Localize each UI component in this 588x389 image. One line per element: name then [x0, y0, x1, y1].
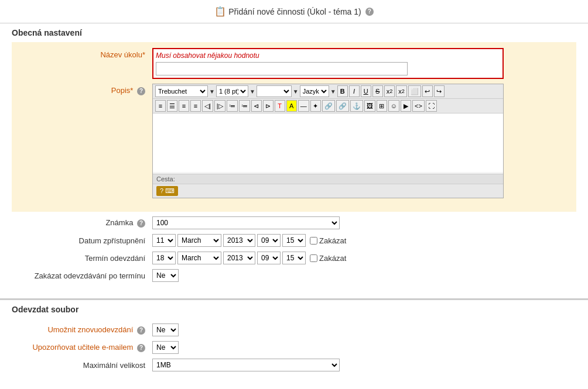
align-center-button[interactable]: ☰ — [167, 100, 177, 112]
after-deadline-label: Zakázat odevzdávání po termínu — [23, 271, 152, 280]
resubmit-help-icon[interactable]: ? — [137, 326, 145, 335]
after-deadline-select[interactable]: Ne Ano — [152, 269, 179, 282]
superscript-button[interactable]: x2 — [396, 85, 407, 97]
deadline-label: Termín odevzdání — [23, 254, 152, 263]
notify-select[interactable]: Ne Ano — [152, 341, 179, 354]
task-name-wrapper: Musí obsahovat nějakou hodnotu — [152, 48, 504, 79]
size-select[interactable]: 1 (8 pt) — [216, 85, 248, 97]
smiley-button[interactable]: ☺ — [388, 100, 399, 112]
max-size-select[interactable]: 1MB 2MB 5MB 10MB 20MB 50MB 100MB — [152, 359, 340, 371]
grade-help-icon[interactable]: ? — [137, 219, 145, 228]
access-zakaz-checkbox[interactable] — [310, 237, 317, 245]
font-select-arrow: ▼ — [209, 88, 215, 95]
grade-control: 100 — [152, 216, 340, 229]
submit-file-section: Odevzdat soubor Umožnit znovuodevzdání ?… — [0, 300, 588, 385]
anchor-button[interactable]: ⚓ — [350, 100, 363, 112]
max-size-row: Maximální velikost 1MB 2MB 5MB 10MB 20MB… — [23, 359, 565, 371]
unordered-list-button[interactable]: ≔ — [227, 100, 238, 112]
task-name-input[interactable] — [156, 62, 408, 75]
justify-button[interactable]: ≡ — [190, 100, 201, 112]
indent-right-button[interactable]: |▷ — [214, 100, 225, 112]
deadline-min-select[interactable]: 15 — [282, 252, 306, 264]
resubmit-select[interactable]: Ne Ano — [152, 323, 179, 336]
deadline-row: Termín odevzdání 18 March 2013 09 — [23, 252, 565, 264]
rich-text-editor: Trebuchet ▼ 1 (8 pt) ▼ ▼ — [152, 84, 504, 198]
fullscreen-button[interactable]: ⛶ — [426, 100, 437, 112]
access-min-select[interactable]: 15 — [282, 234, 306, 247]
size-select-arrow: ▼ — [249, 88, 255, 95]
access-year-select[interactable]: 2013 — [223, 234, 255, 247]
italic-button[interactable]: I — [349, 85, 360, 97]
after-deadline-row: Zakázat odevzdávání po termínu Ne Ano — [23, 269, 565, 282]
strikethrough-button[interactable]: S — [372, 85, 383, 97]
editor-bottom-bar: ? ⌨ — [153, 184, 503, 198]
deadline-year-select[interactable]: 2013 — [223, 252, 255, 264]
hr-button[interactable]: — — [298, 100, 309, 112]
task-name-label: Název úkolu* — [23, 48, 152, 59]
underline-button[interactable]: U — [361, 85, 371, 97]
deadline-zakaz-checkbox[interactable] — [310, 254, 317, 262]
deadline-hour-select[interactable]: 09 — [257, 252, 281, 264]
editor-path-bar: Cesta: — [153, 174, 503, 184]
html-button[interactable]: <> — [412, 100, 425, 112]
lang-select-arrow: ▼ — [330, 88, 336, 95]
access-hour-select[interactable]: 09 — [257, 234, 281, 247]
link-button[interactable]: 🔗 — [322, 100, 335, 112]
general-form-area: Název úkolu* Musí obsahovat nějakou hodn… — [12, 42, 576, 212]
page-icon: 📋 — [214, 6, 226, 17]
editor-toolbar-row2: ≡ ☰ ≡ ≡ ◁| |▷ ≔ ≔ ⊲ ⊳ T A — — [153, 99, 503, 113]
notify-label: Upozorňovat učitele e-mailem ? — [23, 343, 152, 352]
resubmit-row: Umožnit znovuodevzdání ? Ne Ano — [23, 323, 565, 336]
subscript-button[interactable]: x2 — [384, 85, 395, 97]
editor-content[interactable] — [153, 113, 503, 172]
editor-toolbar-row1: Trebuchet ▼ 1 (8 pt) ▼ ▼ — [153, 84, 503, 99]
resubmit-control: Ne Ano — [152, 323, 179, 336]
media-button[interactable]: ▶ — [401, 100, 411, 112]
task-name-control: Musí obsahovat nějakou hodnotu — [152, 48, 565, 79]
keyboard-icon: ? ⌨ — [156, 186, 178, 196]
ordered-list-button[interactable]: ≔ — [239, 100, 250, 112]
align-left-button[interactable]: ≡ — [155, 100, 166, 112]
editor-area: Trebuchet ▼ 1 (8 pt) ▼ ▼ — [152, 84, 565, 198]
unlink-button[interactable]: 🔗 — [336, 100, 349, 112]
lang-select[interactable]: Jazyk — [300, 85, 329, 97]
description-row: Popis* ? Trebuchet ▼ 1 (8 pt) — [23, 84, 565, 198]
after-deadline-control: Ne Ano — [152, 269, 179, 282]
task-name-row: Název úkolu* Musí obsahovat nějakou hodn… — [23, 48, 565, 79]
special-char-button[interactable]: ⬜ — [408, 85, 421, 97]
indent-left-button[interactable]: ◁| — [202, 100, 213, 112]
deadline-month-select[interactable]: March — [177, 252, 221, 264]
access-day-select[interactable]: 11 — [152, 234, 176, 247]
page-title: 📋 Přidání nové činnosti (Úkol - téma 1) … — [0, 6, 588, 17]
special-button[interactable]: ✦ — [310, 100, 321, 112]
grade-label: Známka ? — [23, 218, 152, 228]
table-button[interactable]: ⊞ — [377, 100, 387, 112]
bold-button[interactable]: B — [337, 85, 348, 97]
grade-select[interactable]: 100 — [152, 216, 340, 229]
redo-button[interactable]: ↪ — [434, 85, 445, 97]
title-help-icon[interactable]: ? — [365, 8, 374, 16]
highlight-button[interactable]: A — [286, 100, 297, 112]
deadline-day-select[interactable]: 18 — [152, 252, 176, 264]
access-month-select[interactable]: March — [177, 234, 221, 247]
submit-file-header: Odevzdat soubor — [12, 305, 576, 314]
font-select[interactable]: Trebuchet — [155, 85, 208, 97]
list-indent-right-button[interactable]: ⊳ — [263, 100, 274, 112]
align-right-button[interactable]: ≡ — [179, 100, 189, 112]
access-zakaz-label[interactable]: Zakázat — [310, 236, 346, 245]
access-date-label: Datum zpřístupnění — [23, 236, 152, 245]
undo-button[interactable]: ↩ — [422, 85, 433, 97]
max-size-control: 1MB 2MB 5MB 10MB 20MB 50MB 100MB — [152, 359, 340, 371]
deadline-zakaz-label[interactable]: Zakázat — [310, 254, 346, 263]
notify-help-icon[interactable]: ? — [137, 344, 145, 352]
description-label: Popis* ? — [23, 84, 152, 95]
grade-row: Známka ? 100 — [23, 216, 565, 229]
format-select[interactable] — [257, 85, 292, 97]
task-name-error: Musí obsahovat nějakou hodnotu — [156, 51, 500, 60]
access-date-control: 11 March 2013 09 15 — [152, 234, 346, 247]
list-indent-left-button[interactable]: ⊲ — [251, 100, 262, 112]
description-help-icon[interactable]: ? — [137, 87, 145, 95]
resubmit-label: Umožnit znovuodevzdání ? — [23, 325, 152, 335]
text-color-button[interactable]: T — [275, 100, 285, 112]
image-button[interactable]: 🖼 — [364, 100, 375, 112]
